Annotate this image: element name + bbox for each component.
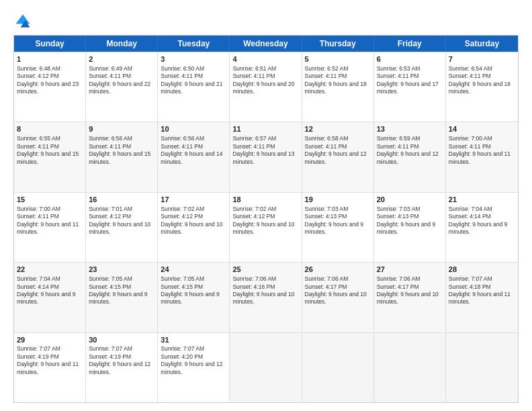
calendar-header-cell: Wednesday <box>230 36 302 52</box>
calendar-cell: 10Sunrise: 6:56 AMSunset: 4:11 PMDayligh… <box>158 122 230 191</box>
calendar-header-cell: Tuesday <box>158 36 230 52</box>
calendar-cell: 19Sunrise: 7:03 AMSunset: 4:13 PMDayligh… <box>302 193 374 262</box>
calendar-header-cell: Thursday <box>302 36 374 52</box>
calendar-cell: 30Sunrise: 7:07 AMSunset: 4:19 PMDayligh… <box>86 333 158 402</box>
sunset: Sunset: 4:11 PM <box>17 213 59 220</box>
calendar-cell: 11Sunrise: 6:57 AMSunset: 4:11 PMDayligh… <box>230 122 302 191</box>
daylight-label: Daylight: 9 hours and 10 minutes. <box>232 291 294 305</box>
day-number: 17 <box>161 195 226 205</box>
day-number: 3 <box>161 54 226 64</box>
sunset: Sunset: 4:11 PM <box>232 73 275 79</box>
sunrise: Sunrise: 7:07 AM <box>89 345 132 352</box>
calendar-cell: 22Sunrise: 7:04 AMSunset: 4:14 PMDayligh… <box>14 263 86 332</box>
sunset: Sunset: 4:11 PM <box>232 143 275 150</box>
day-number: 18 <box>232 195 298 205</box>
daylight-label: Daylight: 9 hours and 9 minutes. <box>17 291 75 305</box>
daylight-label: Daylight: 9 hours and 13 minutes. <box>232 150 294 165</box>
sunset: Sunset: 4:11 PM <box>377 143 419 150</box>
sunset: Sunset: 4:13 PM <box>305 213 347 220</box>
sunset: Sunset: 4:11 PM <box>89 143 131 150</box>
day-number: 26 <box>305 265 371 275</box>
sunrise: Sunrise: 6:51 AM <box>232 65 276 72</box>
day-number: 7 <box>449 54 515 64</box>
daylight-label: Daylight: 9 hours and 15 minutes. <box>17 150 79 165</box>
day-number: 11 <box>232 124 298 134</box>
day-number: 1 <box>17 54 83 64</box>
day-number: 28 <box>449 265 515 275</box>
daylight-label: Daylight: 9 hours and 20 minutes. <box>232 81 294 95</box>
daylight-label: Daylight: 9 hours and 23 minutes. <box>17 81 79 95</box>
sunrise: Sunrise: 6:49 AM <box>89 65 132 72</box>
calendar-cell: 2Sunrise: 6:49 AMSunset: 4:11 PMDaylight… <box>86 52 158 122</box>
sunrise: Sunrise: 7:00 AM <box>17 205 60 212</box>
day-number: 8 <box>17 124 83 134</box>
sunset: Sunset: 4:11 PM <box>305 143 347 150</box>
calendar-cell: 7Sunrise: 6:54 AMSunset: 4:11 PMDaylight… <box>446 52 518 122</box>
daylight-label: Daylight: 9 hours and 12 minutes. <box>305 150 367 165</box>
calendar-row: 22Sunrise: 7:04 AMSunset: 4:14 PMDayligh… <box>14 262 518 332</box>
sunset: Sunset: 4:18 PM <box>449 283 491 290</box>
daylight-label: Daylight: 9 hours and 12 minutes. <box>89 361 150 375</box>
day-number: 14 <box>449 124 515 134</box>
daylight-label: Daylight: 9 hours and 10 minutes. <box>377 291 439 305</box>
daylight-label: Daylight: 9 hours and 22 minutes. <box>89 81 150 95</box>
sunset: Sunset: 4:15 PM <box>161 283 203 290</box>
day-number: 15 <box>17 195 83 205</box>
sunset: Sunset: 4:11 PM <box>161 73 203 79</box>
day-number: 31 <box>161 335 226 345</box>
logo <box>13 12 35 31</box>
daylight-label: Daylight: 9 hours and 16 minutes. <box>449 81 511 95</box>
day-number: 24 <box>161 265 226 275</box>
daylight-label: Daylight: 9 hours and 9 minutes. <box>377 221 435 235</box>
sunset: Sunset: 4:12 PM <box>17 73 59 79</box>
sunset: Sunset: 4:13 PM <box>377 213 419 220</box>
calendar-cell: 8Sunrise: 6:55 AMSunset: 4:11 PMDaylight… <box>14 122 86 191</box>
calendar-body: 1Sunrise: 6:48 AMSunset: 4:12 PMDaylight… <box>14 52 518 402</box>
sunset: Sunset: 4:20 PM <box>161 353 203 360</box>
daylight-label: Daylight: 9 hours and 18 minutes. <box>305 81 367 95</box>
sunrise: Sunrise: 7:06 AM <box>232 275 276 282</box>
svg-marker-0 <box>16 15 30 24</box>
calendar-cell <box>230 333 302 402</box>
sunset: Sunset: 4:17 PM <box>305 283 347 290</box>
calendar-header-row: SundayMondayTuesdayWednesdayThursdayFrid… <box>14 36 518 52</box>
calendar-cell: 21Sunrise: 7:04 AMSunset: 4:14 PMDayligh… <box>446 193 518 262</box>
sunset: Sunset: 4:16 PM <box>232 283 275 290</box>
day-number: 2 <box>89 54 154 64</box>
daylight-label: Daylight: 9 hours and 10 minutes. <box>161 221 222 235</box>
day-number: 23 <box>89 265 154 275</box>
sunset: Sunset: 4:14 PM <box>449 213 491 220</box>
sunrise: Sunrise: 6:59 AM <box>377 135 420 142</box>
calendar-cell: 17Sunrise: 7:02 AMSunset: 4:12 PMDayligh… <box>158 193 230 262</box>
sunrise: Sunrise: 7:07 AM <box>17 345 60 352</box>
sunset: Sunset: 4:11 PM <box>17 143 59 150</box>
sunrise: Sunrise: 6:48 AM <box>17 65 60 72</box>
calendar-cell: 25Sunrise: 7:06 AMSunset: 4:16 PMDayligh… <box>230 263 302 332</box>
sunrise: Sunrise: 7:03 AM <box>377 205 420 212</box>
calendar-cell <box>446 333 518 402</box>
calendar-cell: 28Sunrise: 7:07 AMSunset: 4:18 PMDayligh… <box>446 263 518 332</box>
calendar-cell: 13Sunrise: 6:59 AMSunset: 4:11 PMDayligh… <box>374 122 446 191</box>
calendar-row: 8Sunrise: 6:55 AMSunset: 4:11 PMDaylight… <box>14 122 518 191</box>
calendar-cell: 18Sunrise: 7:02 AMSunset: 4:12 PMDayligh… <box>230 193 302 262</box>
sunrise: Sunrise: 6:56 AM <box>89 135 132 142</box>
sunrise: Sunrise: 7:03 AM <box>305 205 349 212</box>
sunset: Sunset: 4:12 PM <box>89 213 131 220</box>
calendar-cell: 29Sunrise: 7:07 AMSunset: 4:19 PMDayligh… <box>14 333 86 402</box>
daylight-label: Daylight: 9 hours and 10 minutes. <box>89 221 150 235</box>
daylight-label: Daylight: 9 hours and 17 minutes. <box>377 81 439 95</box>
sunrise: Sunrise: 7:05 AM <box>161 275 204 282</box>
sunset: Sunset: 4:19 PM <box>17 353 59 360</box>
day-number: 6 <box>377 54 443 64</box>
day-number: 9 <box>89 124 154 134</box>
day-number: 30 <box>89 335 154 345</box>
calendar-header-cell: Sunday <box>14 36 86 52</box>
day-number: 12 <box>305 124 371 134</box>
sunset: Sunset: 4:19 PM <box>89 353 131 360</box>
sunrise: Sunrise: 7:07 AM <box>161 345 204 352</box>
sunrise: Sunrise: 6:55 AM <box>17 135 60 142</box>
calendar-cell: 3Sunrise: 6:50 AMSunset: 4:11 PMDaylight… <box>158 52 230 122</box>
sunrise: Sunrise: 6:57 AM <box>232 135 276 142</box>
day-number: 5 <box>305 54 371 64</box>
day-number: 19 <box>305 195 371 205</box>
